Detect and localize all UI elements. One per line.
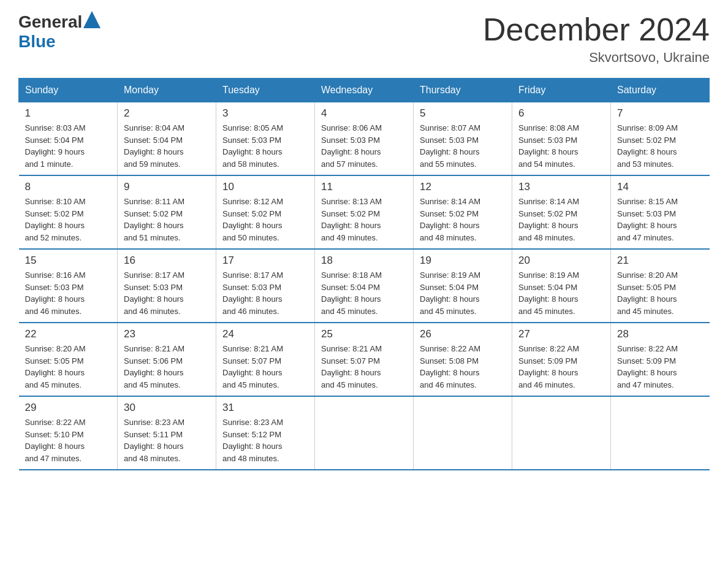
calendar-cell: 5Sunrise: 8:07 AM Sunset: 5:03 PM Daylig… xyxy=(414,102,512,176)
day-info: Sunrise: 8:16 AM Sunset: 5:03 PM Dayligh… xyxy=(25,269,112,317)
location-title: Skvortsovo, Ukraine xyxy=(483,50,710,66)
day-info: Sunrise: 8:07 AM Sunset: 5:03 PM Dayligh… xyxy=(420,122,506,170)
day-number: 18 xyxy=(321,255,407,267)
calendar-cell xyxy=(414,396,512,470)
day-info: Sunrise: 8:21 AM Sunset: 5:07 PM Dayligh… xyxy=(321,343,407,391)
calendar-cell: 6Sunrise: 8:08 AM Sunset: 5:03 PM Daylig… xyxy=(512,102,611,176)
day-number: 20 xyxy=(518,255,604,267)
weekday-header-monday: Monday xyxy=(118,79,216,102)
calendar-cell: 4Sunrise: 8:06 AM Sunset: 5:03 PM Daylig… xyxy=(315,102,414,176)
day-number: 16 xyxy=(124,255,210,267)
calendar-cell: 16Sunrise: 8:17 AM Sunset: 5:03 PM Dayli… xyxy=(118,249,216,323)
day-number: 15 xyxy=(25,255,112,267)
day-number: 21 xyxy=(617,255,703,267)
day-info: Sunrise: 8:22 AM Sunset: 5:09 PM Dayligh… xyxy=(518,343,604,391)
calendar-cell: 21Sunrise: 8:20 AM Sunset: 5:05 PM Dayli… xyxy=(611,249,710,323)
calendar-cell: 26Sunrise: 8:22 AM Sunset: 5:08 PM Dayli… xyxy=(414,323,512,396)
calendar-week-row: 22Sunrise: 8:20 AM Sunset: 5:05 PM Dayli… xyxy=(19,323,710,396)
page-header: General Blue December 2024 Skvortsovo, U… xyxy=(18,12,710,66)
day-number: 13 xyxy=(518,181,604,193)
day-info: Sunrise: 8:14 AM Sunset: 5:02 PM Dayligh… xyxy=(518,196,604,243)
logo: General Blue xyxy=(18,12,100,52)
logo-general-text: General xyxy=(18,12,82,32)
day-number: 3 xyxy=(222,107,308,120)
day-number: 22 xyxy=(25,328,112,340)
day-info: Sunrise: 8:17 AM Sunset: 5:03 PM Dayligh… xyxy=(222,269,308,317)
day-number: 6 xyxy=(518,107,604,120)
day-info: Sunrise: 8:22 AM Sunset: 5:09 PM Dayligh… xyxy=(617,343,703,391)
day-info: Sunrise: 8:23 AM Sunset: 5:12 PM Dayligh… xyxy=(222,416,308,464)
day-number: 27 xyxy=(518,328,604,340)
day-info: Sunrise: 8:22 AM Sunset: 5:08 PM Dayligh… xyxy=(420,343,506,391)
day-number: 29 xyxy=(25,402,112,414)
calendar-cell: 15Sunrise: 8:16 AM Sunset: 5:03 PM Dayli… xyxy=(19,249,118,323)
calendar-cell: 29Sunrise: 8:22 AM Sunset: 5:10 PM Dayli… xyxy=(19,396,118,470)
day-number: 23 xyxy=(124,328,210,340)
calendar-cell xyxy=(315,396,414,470)
day-info: Sunrise: 8:21 AM Sunset: 5:07 PM Dayligh… xyxy=(222,343,308,391)
day-number: 4 xyxy=(321,107,407,120)
calendar-cell: 1Sunrise: 8:03 AM Sunset: 5:04 PM Daylig… xyxy=(19,102,118,176)
day-number: 25 xyxy=(321,328,407,340)
day-number: 11 xyxy=(321,181,407,193)
calendar-cell: 20Sunrise: 8:19 AM Sunset: 5:04 PM Dayli… xyxy=(512,249,611,323)
day-info: Sunrise: 8:21 AM Sunset: 5:06 PM Dayligh… xyxy=(124,343,210,391)
day-number: 24 xyxy=(222,328,308,340)
day-info: Sunrise: 8:11 AM Sunset: 5:02 PM Dayligh… xyxy=(124,196,210,243)
calendar-cell: 2Sunrise: 8:04 AM Sunset: 5:04 PM Daylig… xyxy=(118,102,216,176)
weekday-header-saturday: Saturday xyxy=(611,79,710,102)
weekday-header-sunday: Sunday xyxy=(19,79,118,102)
calendar-cell: 19Sunrise: 8:19 AM Sunset: 5:04 PM Dayli… xyxy=(414,249,512,323)
month-title: December 2024 xyxy=(483,12,710,47)
day-number: 7 xyxy=(617,107,703,120)
calendar-cell xyxy=(512,396,611,470)
day-number: 5 xyxy=(420,107,506,120)
logo-triangle-icon xyxy=(83,11,100,28)
day-info: Sunrise: 8:12 AM Sunset: 5:02 PM Dayligh… xyxy=(222,196,308,243)
day-info: Sunrise: 8:10 AM Sunset: 5:02 PM Dayligh… xyxy=(25,196,112,243)
day-number: 14 xyxy=(617,181,703,193)
day-info: Sunrise: 8:13 AM Sunset: 5:02 PM Dayligh… xyxy=(321,196,407,243)
calendar-cell: 24Sunrise: 8:21 AM Sunset: 5:07 PM Dayli… xyxy=(216,323,315,396)
day-info: Sunrise: 8:20 AM Sunset: 5:05 PM Dayligh… xyxy=(25,343,112,391)
calendar-cell: 3Sunrise: 8:05 AM Sunset: 5:03 PM Daylig… xyxy=(216,102,315,176)
calendar-cell: 22Sunrise: 8:20 AM Sunset: 5:05 PM Dayli… xyxy=(19,323,118,396)
calendar-cell: 8Sunrise: 8:10 AM Sunset: 5:02 PM Daylig… xyxy=(19,175,118,249)
weekday-header-thursday: Thursday xyxy=(414,79,512,102)
calendar-cell: 25Sunrise: 8:21 AM Sunset: 5:07 PM Dayli… xyxy=(315,323,414,396)
day-info: Sunrise: 8:17 AM Sunset: 5:03 PM Dayligh… xyxy=(124,269,210,317)
day-number: 8 xyxy=(25,181,112,193)
calendar-cell: 7Sunrise: 8:09 AM Sunset: 5:02 PM Daylig… xyxy=(611,102,710,176)
day-number: 31 xyxy=(222,402,308,414)
day-info: Sunrise: 8:14 AM Sunset: 5:02 PM Dayligh… xyxy=(420,196,506,243)
day-info: Sunrise: 8:23 AM Sunset: 5:11 PM Dayligh… xyxy=(124,416,210,464)
calendar-cell: 14Sunrise: 8:15 AM Sunset: 5:03 PM Dayli… xyxy=(611,175,710,249)
title-section: December 2024 Skvortsovo, Ukraine xyxy=(483,12,710,66)
day-number: 28 xyxy=(617,328,703,340)
logo-blue-text: Blue xyxy=(18,32,56,51)
day-info: Sunrise: 8:15 AM Sunset: 5:03 PM Dayligh… xyxy=(617,196,703,243)
weekday-header-tuesday: Tuesday xyxy=(216,79,315,102)
day-info: Sunrise: 8:04 AM Sunset: 5:04 PM Dayligh… xyxy=(124,122,210,170)
calendar-week-row: 1Sunrise: 8:03 AM Sunset: 5:04 PM Daylig… xyxy=(19,102,710,176)
calendar-cell: 30Sunrise: 8:23 AM Sunset: 5:11 PM Dayli… xyxy=(118,396,216,470)
calendar-week-row: 8Sunrise: 8:10 AM Sunset: 5:02 PM Daylig… xyxy=(19,175,710,249)
calendar-week-row: 15Sunrise: 8:16 AM Sunset: 5:03 PM Dayli… xyxy=(19,249,710,323)
day-number: 2 xyxy=(124,107,210,120)
calendar-cell: 31Sunrise: 8:23 AM Sunset: 5:12 PM Dayli… xyxy=(216,396,315,470)
day-info: Sunrise: 8:18 AM Sunset: 5:04 PM Dayligh… xyxy=(321,269,407,317)
day-info: Sunrise: 8:03 AM Sunset: 5:04 PM Dayligh… xyxy=(25,122,112,170)
day-number: 12 xyxy=(420,181,506,193)
calendar-table: SundayMondayTuesdayWednesdayThursdayFrid… xyxy=(18,78,710,470)
calendar-cell: 9Sunrise: 8:11 AM Sunset: 5:02 PM Daylig… xyxy=(118,175,216,249)
calendar-cell: 23Sunrise: 8:21 AM Sunset: 5:06 PM Dayli… xyxy=(118,323,216,396)
calendar-cell: 18Sunrise: 8:18 AM Sunset: 5:04 PM Dayli… xyxy=(315,249,414,323)
day-number: 1 xyxy=(25,107,112,120)
day-info: Sunrise: 8:22 AM Sunset: 5:10 PM Dayligh… xyxy=(25,416,112,464)
day-info: Sunrise: 8:08 AM Sunset: 5:03 PM Dayligh… xyxy=(518,122,604,170)
day-info: Sunrise: 8:06 AM Sunset: 5:03 PM Dayligh… xyxy=(321,122,407,170)
calendar-cell: 17Sunrise: 8:17 AM Sunset: 5:03 PM Dayli… xyxy=(216,249,315,323)
calendar-cell: 13Sunrise: 8:14 AM Sunset: 5:02 PM Dayli… xyxy=(512,175,611,249)
calendar-cell: 28Sunrise: 8:22 AM Sunset: 5:09 PM Dayli… xyxy=(611,323,710,396)
day-info: Sunrise: 8:20 AM Sunset: 5:05 PM Dayligh… xyxy=(617,269,703,317)
